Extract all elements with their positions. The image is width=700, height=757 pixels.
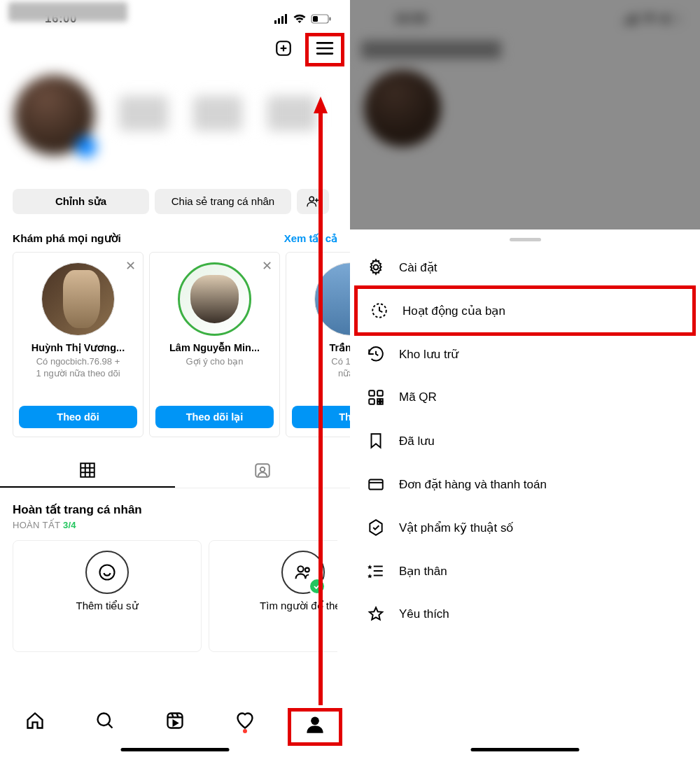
tab-tagged[interactable]: [175, 454, 350, 488]
menu-item-label: Mã QR: [399, 390, 437, 404]
svg-point-25: [305, 568, 309, 572]
avatar[interactable]: [314, 262, 350, 336]
bio-icon: [85, 551, 129, 594]
complete-profile-title: Hoàn tất trang cá nhân: [13, 502, 337, 517]
svg-point-42: [374, 265, 379, 270]
star-list-icon: [365, 562, 386, 580]
activity-icon: [369, 302, 390, 320]
complete-profile-section: Hoàn tất trang cá nhân HOÀN TẤT 3/4 Thêm…: [0, 488, 350, 652]
svg-point-23: [100, 565, 115, 580]
highlight-profile-tab: [288, 708, 342, 746]
menu-favorites[interactable]: Yêu thích: [350, 593, 700, 636]
menu-item-label: Yêu thích: [399, 607, 449, 621]
svg-rect-47: [377, 399, 379, 401]
complete-card-label: Thêm tiểu sử: [76, 600, 138, 612]
discover-section-header: Khám phá mọi người Xem tất cả: [0, 214, 350, 252]
overlay-scrim[interactable]: [350, 0, 700, 229]
share-profile-button[interactable]: Chia sẻ trang cá nhân: [155, 189, 291, 214]
svg-rect-6: [330, 17, 331, 20]
home-indicator: [471, 748, 580, 751]
nav-profile[interactable]: [305, 724, 325, 736]
star-icon: [365, 605, 386, 623]
svg-rect-5: [313, 16, 318, 22]
svg-rect-51: [369, 480, 383, 490]
complete-card-find-people[interactable]: Tìm người để theo: [209, 540, 337, 652]
suggestion-card: ✕ Lâm Nguyễn Min... Gợi ý cho bạn Theo d…: [149, 252, 280, 437]
complete-card-bio[interactable]: Thêm tiểu sử: [13, 540, 202, 652]
edit-profile-button[interactable]: Chỉnh sửa: [13, 189, 149, 214]
svg-rect-1: [278, 18, 280, 24]
suggestion-name: Trần Pha: [329, 341, 350, 355]
suggestion-sub: Có 1.59mnữa th: [331, 356, 350, 380]
svg-rect-3: [285, 14, 287, 24]
profile-info-blurred: [0, 68, 350, 185]
suggestion-sub: Có ngocbich.76.98 +1 người nữa theo dõi: [36, 356, 120, 380]
follow-button[interactable]: Theo: [292, 406, 350, 428]
menu-settings[interactable]: Cài đặt: [350, 246, 700, 289]
svg-rect-49: [377, 402, 379, 404]
suggestion-card: ✕ Huỳnh Thị Vương... Có ngocbich.76.98 +…: [13, 252, 144, 437]
svg-point-22: [260, 467, 265, 472]
profile-content-tabs: [0, 454, 350, 488]
notification-dot-icon: [243, 729, 247, 733]
hexagon-check-icon: [365, 518, 386, 537]
discover-title: Khám phá mọi người: [13, 232, 121, 245]
wifi-icon: [293, 14, 307, 24]
follow-button[interactable]: Theo dõi: [19, 406, 137, 428]
menu-item-label: Vật phẩm kỹ thuật số: [399, 521, 513, 535]
svg-rect-50: [381, 399, 383, 401]
menu-your-activity-highlighted[interactable]: Hoạt động của bạn: [354, 285, 696, 336]
close-icon[interactable]: ✕: [125, 258, 136, 274]
avatar[interactable]: [41, 262, 115, 336]
menu-item-label: Kho lưu trữ: [399, 347, 458, 362]
svg-point-13: [309, 197, 314, 201]
nav-profile-highlighted: [280, 704, 350, 757]
see-all-link[interactable]: Xem tất cả: [284, 232, 337, 245]
svg-point-26: [98, 714, 111, 726]
svg-rect-16: [80, 463, 94, 477]
checkmark-badge-icon: [308, 577, 326, 595]
svg-point-32: [311, 717, 319, 726]
suggestion-name: Huỳnh Thị Vương...: [31, 341, 125, 355]
svg-rect-44: [369, 390, 374, 396]
menu-close-friends[interactable]: Bạn thân: [350, 549, 700, 593]
profile-header: [0, 31, 350, 68]
credit-card-icon: [365, 475, 386, 493]
svg-line-27: [108, 724, 113, 728]
discover-people-button[interactable]: [297, 189, 329, 214]
svg-rect-28: [168, 714, 183, 728]
follow-button[interactable]: Theo dõi lại: [155, 406, 274, 428]
archive-icon: [365, 345, 386, 363]
complete-card-label: Tìm người để theo: [260, 600, 337, 612]
create-post-button[interactable]: [274, 39, 293, 60]
battery-icon: [311, 14, 332, 24]
gear-icon: [365, 258, 386, 276]
suggestion-name: Lâm Nguyễn Min...: [169, 341, 260, 355]
menu-item-label: Cài đặt: [399, 260, 437, 275]
find-people-icon: [281, 551, 325, 594]
svg-rect-0: [274, 20, 276, 24]
avatar[interactable]: [178, 262, 251, 336]
username-blurred: [8, 2, 127, 22]
nav-home[interactable]: [0, 704, 70, 757]
menu-digital-collectibles[interactable]: Vật phẩm kỹ thuật số: [350, 506, 700, 549]
suggestion-sub: Gợi ý cho bạn: [186, 356, 244, 368]
svg-rect-48: [381, 402, 383, 404]
tab-grid[interactable]: [0, 454, 175, 488]
menu-saved[interactable]: Đã lưu: [350, 419, 700, 462]
menu-archive[interactable]: Kho lưu trữ: [350, 332, 700, 376]
highlight-hamburger: [305, 33, 344, 66]
complete-profile-progress: HOÀN TẤT 3/4: [13, 520, 337, 530]
suggestion-card: ✕ Trần Pha Có 1.59mnữa th Theo: [286, 252, 350, 437]
svg-rect-46: [369, 399, 374, 404]
close-icon[interactable]: ✕: [262, 258, 272, 274]
hamburger-menu-button[interactable]: [316, 46, 334, 58]
qr-icon: [365, 388, 386, 406]
menu-item-label: Hoạt động của bạn: [402, 304, 505, 318]
sheet-handle[interactable]: [510, 238, 541, 241]
menu-orders-payments[interactable]: Đơn đặt hàng và thanh toán: [350, 462, 700, 506]
cellular-icon: [274, 14, 288, 24]
menu-qr-code[interactable]: Mã QR: [350, 376, 700, 419]
menu-item-label: Đã lưu: [399, 434, 435, 448]
svg-point-24: [298, 566, 303, 572]
